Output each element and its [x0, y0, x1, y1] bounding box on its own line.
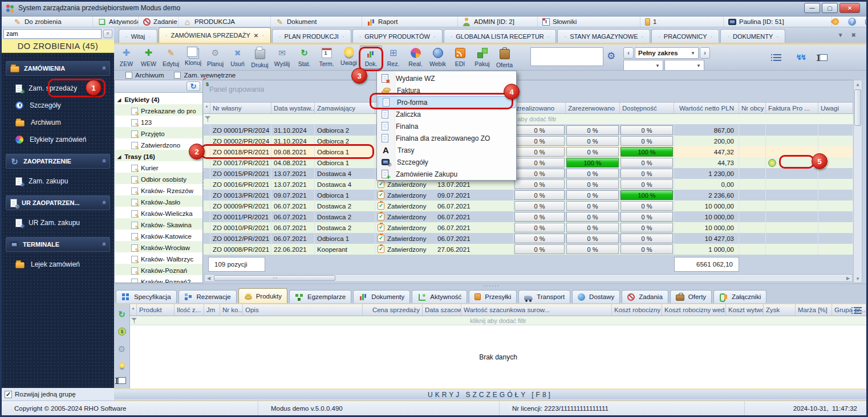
details-tab[interactable]: Dokumenty [353, 290, 410, 303]
details-tab[interactable]: Egzemplarze [289, 290, 351, 303]
gear-icon[interactable] [607, 52, 615, 60]
details-tab[interactable]: Transport [518, 290, 570, 303]
details-column-header[interactable]: Ilość z... [175, 304, 204, 316]
details-tab[interactable]: Oferty [670, 290, 712, 303]
nav-item[interactable]: Lejek zamówień [6, 256, 110, 273]
tree-expand-icon[interactable] [117, 97, 121, 103]
chat-icon[interactable] [865, 19, 868, 25]
document-tab[interactable]: PRACOWNICY [651, 29, 719, 43]
grid-column-header[interactable]: Wartość netto PLN [674, 103, 739, 113]
details-column-header[interactable]: Marża [%] [796, 304, 832, 316]
toolbar-button[interactable]: Usuń [226, 46, 249, 69]
range-combo[interactable]: Pełny zakres [635, 47, 699, 59]
list-icon[interactable] [773, 54, 781, 61]
tree-item[interactable]: Kraków- Rzeszów [115, 185, 202, 197]
menu-item[interactable]: Aktywność [93, 17, 139, 27]
scroll-right-icon[interactable]: ▶ [844, 275, 852, 281]
table-row[interactable]: ZO 00016/PR/2021 13.07.2021 Dostawca 4 Z… [204, 179, 853, 190]
columns-list-icon[interactable] [854, 307, 862, 314]
nav-item[interactable]: Zam. zakupu [6, 173, 110, 190]
toolbar-button[interactable]: Drukuj [249, 46, 271, 69]
editbox-icon[interactable] [820, 54, 828, 61]
chevron-up-icon[interactable] [100, 67, 108, 70]
menu-item[interactable]: Raport [362, 17, 458, 27]
nav-section-header[interactable]: TERMINALE [6, 237, 110, 252]
details-column-header[interactable]: Jm [204, 304, 220, 316]
details-tab[interactable]: Aktywność [412, 290, 467, 303]
details-tab[interactable]: Dostawy [572, 290, 620, 303]
vertical-scrollbar[interactable]: ▲ ▼ [853, 80, 862, 283]
toolbar-button[interactable]: Real. [404, 46, 427, 69]
details-column-header[interactable]: Koszt wytwor... [726, 304, 764, 316]
scrollbar-thumb[interactable] [854, 89, 861, 126]
todo-banner[interactable]: DO ZROBIENIA (45) [2, 40, 114, 53]
refresh-icon[interactable] [117, 310, 126, 318]
table-row[interactable]: ZO 00010/PR/2021 06.07.2021 Dostawca 2 Z… [204, 222, 853, 233]
scroll-left-icon[interactable]: ◀ [205, 275, 213, 281]
help-icon[interactable] [848, 18, 856, 26]
filter-checkbox-item[interactable]: Archiwum [125, 72, 164, 79]
toolbar-button[interactable]: Rez. [382, 46, 404, 69]
menu-item[interactable]: ADMIN [ID: 2] [458, 17, 538, 27]
horizontal-scrollbar[interactable]: ◀ ▶ [204, 274, 853, 282]
close-button[interactable] [839, 3, 860, 13]
details-column-header[interactable]: Produkt [137, 304, 175, 316]
toolbar-search-input[interactable] [530, 47, 603, 66]
tree-item[interactable]: Przekazane do pro [115, 105, 202, 117]
nav-item[interactable]: Szczegóły [6, 97, 110, 114]
document-tab[interactable]: GLOBALNA LISTA RECEPTUR [444, 29, 557, 43]
toolbar-button[interactable]: Webik [427, 46, 449, 69]
clear-search-icon[interactable] [103, 30, 112, 38]
details-column-header[interactable]: Koszt robocizny wed... [612, 304, 662, 316]
refresh-icon[interactable] [186, 81, 200, 91]
range-prev-icon[interactable]: ‹ [623, 47, 634, 59]
nav-item[interactable]: Etykiety zamówień [6, 131, 110, 148]
nav-section-header[interactable]: ZAOPATRZENIE [6, 154, 110, 169]
gear-icon[interactable] [117, 345, 126, 353]
grid-column-header[interactable]: Zamawiający [315, 103, 375, 113]
tree-item[interactable]: 123 [115, 117, 202, 128]
grid-filter-row[interactable]: kliknij aby dodać filtr [204, 114, 853, 125]
editbox-icon[interactable] [118, 377, 126, 384]
details-column-header[interactable]: Opis [243, 304, 363, 316]
range-next-icon[interactable]: › [700, 47, 710, 59]
chevron-up-icon[interactable] [100, 243, 108, 246]
document-tab[interactable]: GRUPY PRODUKTÓW [352, 29, 443, 43]
details-filter-row[interactable]: kliknij aby dodać filtr [130, 316, 866, 325]
toolbar-button[interactable]: Pakuj [471, 46, 493, 69]
menu-option[interactable]: Zamówienie Zakupu [377, 168, 516, 180]
paint-icon[interactable] [831, 17, 841, 27]
document-tab[interactable]: STANY MAGAZYNOWE [557, 29, 650, 43]
tree-group-header[interactable]: Etykiety (4) [115, 94, 202, 105]
group-panel[interactable]: Panel grupowania [204, 80, 853, 102]
toolbar-button[interactable]: Uwagi [338, 46, 360, 69]
details-tab[interactable]: Załączniki [713, 290, 766, 303]
document-tab[interactable]: DOKUMENTY [720, 29, 785, 43]
table-row[interactable]: ZO 00009/PR/2021 06.07.2021 Dostawca 2 Z… [204, 201, 853, 211]
tab-scroll-down-icon[interactable]: ▼ [838, 32, 843, 38]
grid-column-header[interactable]: Faktura Pro ... [766, 103, 818, 113]
tab-list-close-icon[interactable]: ✖ [851, 32, 856, 38]
grid-column-header[interactable]: Dostępność [620, 103, 674, 113]
menu-item[interactable]: PRODUKCJA [179, 17, 271, 27]
tree-item[interactable]: Kraków-Katowice [115, 231, 202, 242]
tree-item[interactable]: Odbior osobisty [115, 174, 202, 185]
tree-item[interactable]: Kraków-Wieliczka [115, 208, 202, 219]
minimize-button[interactable] [804, 3, 820, 13]
panel-splitter-handle[interactable] [482, 285, 498, 287]
expand-one-group-checkbox[interactable] [5, 391, 12, 398]
toolbar-button[interactable]: Edytuj [160, 46, 182, 69]
toolbar-button[interactable]: Term. [315, 46, 338, 69]
tree-item[interactable]: Kurier [115, 162, 202, 174]
tree-item[interactable]: Przyjęto [115, 128, 202, 140]
details-tab[interactable]: Specyfikacja [116, 290, 177, 303]
tree-item[interactable]: Kraków-Poznań [115, 265, 202, 276]
details-tab[interactable]: Produkty [238, 288, 287, 303]
tree-expand-icon[interactable] [117, 154, 121, 160]
sync-icon[interactable] [796, 53, 805, 62]
grid-column-header[interactable]: Data wystaw... [271, 103, 315, 113]
chevron-up-icon[interactable] [100, 160, 108, 163]
coins-icon[interactable] [118, 328, 126, 336]
scrollbar-thumb[interactable] [214, 275, 335, 281]
maximize-button[interactable] [822, 3, 838, 13]
